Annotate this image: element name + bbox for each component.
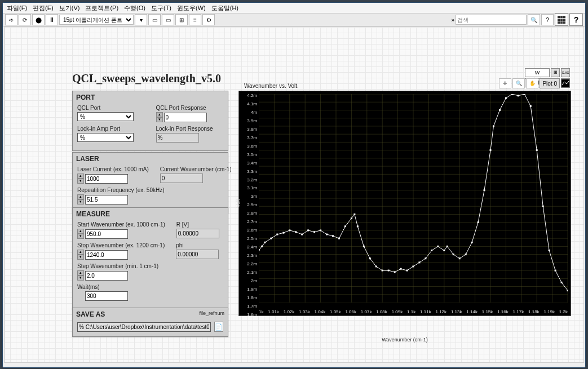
pause-button[interactable]: II (46, 14, 58, 25)
stop-wn-spin[interactable]: ▴▾ (77, 250, 84, 260)
menu-item[interactable]: 수행(O) (121, 4, 148, 12)
port-panel: PORT QCL Port % QCL Port Response ▴▾ Loc… (72, 91, 228, 151)
x-axis-label: Wavenumber (cm-1) (238, 337, 571, 343)
svg-rect-89 (493, 125, 494, 127)
run-cont-button[interactable]: ⟳ (19, 14, 31, 25)
start-wn-field[interactable] (85, 229, 128, 239)
pan-tool[interactable]: ✋ (526, 78, 538, 88)
save-path-field[interactable] (77, 322, 211, 332)
big-help[interactable]: ? (569, 14, 583, 26)
tb-settings[interactable]: ⚙ (202, 14, 215, 25)
legend-w-icon[interactable]: ⊞ (551, 68, 560, 77)
file-refnum-label: file_refnum (199, 310, 224, 318)
r-label: R [V] (176, 221, 223, 228)
lockin-port-label: Lock-in Amp Port (77, 126, 145, 132)
font-select[interactable]: 15pt 어플리케이션 폰트 (59, 15, 134, 25)
svg-rect-99 (555, 270, 556, 272)
tb-reorder[interactable]: ≡ (189, 14, 201, 25)
menu-item[interactable]: 프로젝트(P) (82, 4, 121, 12)
svg-rect-80 (443, 250, 445, 251)
current-wn-field (160, 174, 203, 183)
svg-rect-50 (264, 242, 266, 243)
tb-layer2[interactable]: ▭ (162, 14, 174, 25)
lockin-port-select[interactable]: % (77, 133, 134, 142)
svg-rect-85 (471, 242, 473, 243)
wait-field[interactable] (85, 291, 128, 301)
cursor-tool[interactable]: ✛ (499, 78, 511, 88)
zoom-tool[interactable]: 🔍 (512, 78, 525, 88)
qcl-port-select[interactable]: % (77, 112, 134, 121)
qcl-resp-field[interactable] (164, 113, 207, 122)
menu-item[interactable]: 도구(T) (148, 4, 174, 12)
abort-button[interactable]: ⬤ (32, 14, 45, 25)
svg-rect-53 (282, 232, 284, 234)
svg-rect-56 (301, 234, 303, 235)
grid-button[interactable] (555, 14, 568, 26)
svg-rect-51 (270, 238, 272, 239)
menubar[interactable]: 파일(F)편집(E)보기(V)프로젝트(P)수행(O)도구(T)윈도우(W)도움… (3, 3, 585, 14)
menu-item[interactable]: 편집(E) (30, 4, 56, 12)
menu-item[interactable]: 윈도우(W) (174, 4, 209, 12)
svg-rect-91 (505, 97, 507, 99)
svg-rect-88 (490, 149, 492, 151)
svg-rect-92 (511, 94, 513, 95)
menu-item[interactable]: 보기(V) (56, 4, 83, 12)
laser-current-spin[interactable]: ▴▾ (77, 174, 84, 184)
browse-button[interactable]: 📄 (214, 322, 223, 332)
svg-rect-77 (425, 257, 426, 259)
rep-freq-field[interactable] (85, 195, 128, 204)
svg-rect-49 (261, 246, 263, 247)
svg-rect-94 (524, 94, 525, 95)
svg-rect-79 (437, 246, 439, 247)
waveform-graph[interactable]: Volt 4.2m4.1m4m3.9m3.8m3.7m3.6m3.5m3.4m3… (238, 91, 571, 316)
svg-rect-48 (259, 250, 260, 251)
menu-item[interactable]: 도움말(H) (209, 4, 241, 12)
svg-rect-52 (276, 234, 278, 235)
rep-freq-spin[interactable]: ▴▾ (77, 194, 84, 204)
stop-wn-label: Stop Wavenumber (ex. 1200 cm-1) (77, 242, 165, 248)
start-wn-spin[interactable]: ▴▾ (77, 229, 84, 239)
x-ticks: 1k1.01k1.02k1.03k1.04k1.05k1.06k1.07k1.0… (259, 309, 568, 314)
svg-rect-75 (413, 265, 414, 267)
qcl-resp-label: QCL Port Response (156, 105, 224, 111)
qcl-resp-spin[interactable]: ▴▾ (156, 112, 163, 122)
svg-rect-98 (549, 250, 550, 251)
svg-rect-83 (459, 257, 461, 259)
svg-rect-64 (351, 217, 352, 219)
run-button[interactable]: ➪ (5, 14, 17, 25)
graph-title: Wavenumber vs. Volt. (244, 83, 299, 89)
tb-group[interactable]: ⊞ (175, 14, 188, 25)
svg-rect-71 (388, 270, 390, 272)
step-wn-label: Step Wavenumber (min. 1 cm-1) (77, 263, 158, 269)
step-wn-spin[interactable]: ▴▾ (77, 270, 84, 281)
svg-rect-96 (536, 149, 538, 151)
lockin-resp-label: Lock-in Port Response (156, 126, 224, 132)
svg-rect-97 (542, 206, 544, 207)
stop-wn-field[interactable] (85, 250, 128, 260)
svg-rect-54 (289, 229, 290, 231)
tb-layer1[interactable]: ▭ (148, 14, 161, 25)
rep-freq-label: Repeatition Frequency (ex. 50kHz) (77, 187, 165, 193)
plot0-swatch[interactable] (561, 79, 570, 88)
svg-rect-57 (307, 229, 309, 231)
tb-align[interactable]: ▾ (135, 14, 147, 25)
search-input[interactable] (456, 15, 527, 25)
measure-panel: MEASURE Start Wavenumber (ex. 1000 cm-1)… (72, 207, 228, 309)
menu-item[interactable]: 파일(F) (4, 4, 30, 12)
search-button[interactable]: 🔍 (528, 14, 540, 25)
help-button[interactable]: ? (541, 14, 554, 25)
legend-w[interactable]: W (525, 68, 550, 77)
step-wn-field[interactable] (85, 271, 128, 281)
laser-current-field[interactable] (85, 174, 128, 184)
qcl-port-label: QCL Port (77, 105, 145, 111)
svg-rect-58 (313, 231, 315, 233)
svg-rect-63 (344, 225, 346, 227)
help-icon: ? (546, 17, 549, 23)
legend-w-scale[interactable]: x.xx (561, 68, 570, 77)
wait-label: Wait(ms) (77, 284, 145, 290)
plot0-label[interactable]: Plot 0 (540, 78, 560, 88)
start-wn-label: Start Wavenumber (ex. 1000 cm-1) (77, 221, 165, 228)
save-panel: SAVE AS file_refnum 📄 (72, 308, 228, 337)
laser-header: LASER (73, 153, 228, 164)
svg-rect-82 (453, 254, 454, 255)
